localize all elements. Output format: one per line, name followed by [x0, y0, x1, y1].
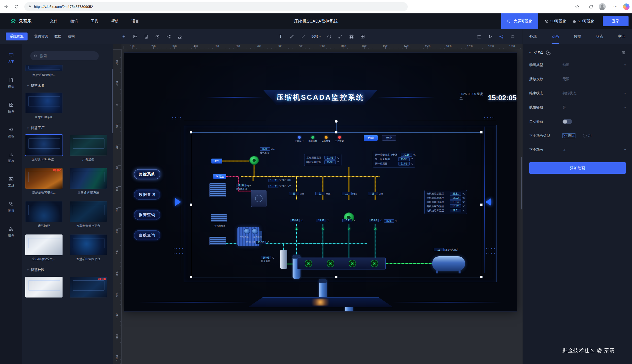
- login-button[interactable]: 登录: [603, 16, 628, 26]
- search-input[interactable]: [40, 54, 90, 58]
- chevron-down-icon[interactable]: ▾: [624, 106, 626, 109]
- clipboard-icon[interactable]: [144, 34, 149, 39]
- tab-my-resources[interactable]: 我的资源: [34, 34, 48, 39]
- rail-item-components[interactable]: 组件: [0, 221, 22, 242]
- folder-icon[interactable]: [476, 34, 482, 39]
- eraser-icon[interactable]: [177, 34, 182, 39]
- selection-handle-w[interactable]: [190, 204, 192, 206]
- library-item[interactable]: 废水处理系统: [25, 92, 62, 119]
- browser-more-menu-icon[interactable]: ⋯: [611, 2, 620, 11]
- page-arrow-right-icon[interactable]: [485, 198, 491, 206]
- preview-play-icon[interactable]: [487, 34, 493, 39]
- library-item[interactable]: [25, 277, 62, 298]
- scada-menu-button[interactable]: 数据查询: [134, 190, 160, 200]
- thumbnail[interactable]: ¥3800: [70, 277, 107, 298]
- copilot-icon[interactable]: [623, 4, 630, 10]
- scada-menu-button[interactable]: 报警查询: [134, 210, 160, 220]
- browser-back-button[interactable]: [2, 2, 10, 11]
- thumbnail[interactable]: [25, 201, 62, 222]
- fit-screen-icon[interactable]: [338, 34, 343, 39]
- chevron-down-icon[interactable]: ▾: [624, 63, 626, 67]
- header-menu-item[interactable]: 帮助: [111, 19, 118, 24]
- page-arrow-left-icon[interactable]: [175, 198, 181, 206]
- big-screen-button[interactable]: 大屏可视化: [501, 14, 538, 29]
- selection-handle-ne[interactable]: [480, 131, 482, 134]
- url-text[interactable]: https://v.le5le.com/?r=1754377309052: [34, 5, 93, 9]
- thumbnail[interactable]: [70, 234, 107, 255]
- clock-icon[interactable]: [154, 34, 160, 39]
- selection-handle-nw[interactable]: [190, 131, 192, 134]
- autoplay-toggle[interactable]: [562, 119, 572, 124]
- connection-nodes-icon[interactable]: [166, 34, 171, 39]
- section-header-factory[interactable]: ▾智慧工厂: [27, 126, 113, 130]
- chevron-down-icon[interactable]: ▾: [624, 148, 626, 152]
- share-icon[interactable]: [498, 34, 504, 39]
- rail-item-template[interactable]: 模板: [0, 72, 22, 94]
- viz-3d-button[interactable]: 3D可视化: [545, 19, 566, 24]
- section-header-campus[interactable]: ▾智慧校园: [27, 268, 113, 272]
- rail-item-scheme[interactable]: 方案: [0, 48, 22, 69]
- rail-item-devices[interactable]: 设备: [0, 122, 22, 143]
- canvas-scrollbar[interactable]: [521, 157, 522, 210]
- vertical-ruler[interactable]: -200-10001002003004005006007008009001000…: [113, 50, 122, 364]
- frame-icon[interactable]: [349, 34, 354, 39]
- selection-handle-n[interactable]: [335, 131, 338, 134]
- browser-refresh-button[interactable]: [12, 2, 21, 11]
- library-item[interactable]: 厂务监控: [70, 135, 107, 162]
- canvas-area[interactable]: 压缩机SCADA监控系统 2025-08-05 星期二 15:02:05: [113, 44, 522, 364]
- zoom-level[interactable]: 56%▾: [312, 34, 321, 38]
- thumbnail[interactable]: [70, 201, 107, 222]
- header-menu-item[interactable]: 语言: [132, 19, 139, 24]
- tab-appearance[interactable]: 外观: [529, 29, 537, 44]
- grid-icon[interactable]: [360, 34, 366, 39]
- favorites-star-icon[interactable]: [573, 2, 582, 11]
- thumbnail[interactable]: [70, 135, 107, 156]
- library-item[interactable]: 汽车制造管控平台: [70, 201, 107, 228]
- address-bar[interactable]: https://v.le5le.com/?r=1754377309052: [24, 2, 408, 11]
- cloud-icon[interactable]: [510, 34, 515, 39]
- thumbnail[interactable]: [25, 135, 62, 156]
- rail-item-assets[interactable]: 素材: [0, 172, 22, 193]
- tab-interaction[interactable]: 交互: [618, 29, 626, 44]
- library-item[interactable]: 智慧矿山管控平台: [70, 234, 107, 261]
- profile-avatar[interactable]: [599, 3, 606, 10]
- scada-menu-button[interactable]: 监控系统: [134, 169, 160, 179]
- thumbnail[interactable]: [70, 168, 107, 189]
- selection-handle-s[interactable]: [335, 276, 338, 278]
- tab-data[interactable]: 数据: [54, 34, 61, 39]
- delete-animation-icon[interactable]: [622, 50, 626, 54]
- chevron-down-icon[interactable]: ▾: [624, 92, 626, 95]
- section-header-water[interactable]: ▾智慧水务: [27, 84, 113, 88]
- partial-top-item[interactable]: 换热站远程监控...: [22, 65, 113, 77]
- rail-item-charts[interactable]: 图表: [0, 147, 22, 168]
- line-tool-icon[interactable]: [300, 34, 306, 39]
- header-menu-item[interactable]: 工具: [91, 19, 98, 24]
- library-item[interactable]: 空压机 内部系统: [70, 168, 107, 195]
- rail-item-widgets[interactable]: 控件: [0, 97, 22, 118]
- radio-pen-element[interactable]: 图元: [562, 133, 576, 138]
- image-icon[interactable]: [132, 34, 138, 39]
- search-box[interactable]: [30, 51, 99, 60]
- horizontal-ruler[interactable]: 1002003004005006007008009001000110012001…: [113, 44, 522, 50]
- header-menu-item[interactable]: 编辑: [70, 19, 78, 24]
- selection-handle-se[interactable]: [480, 276, 482, 278]
- tab-animation[interactable]: 动画: [552, 29, 559, 44]
- thumbnail[interactable]: [25, 234, 62, 255]
- library-item[interactable]: ¥3800 高炉炼铁可视化...: [25, 168, 62, 195]
- library-scrollbar[interactable]: [112, 69, 113, 133]
- pen-tool-icon[interactable]: [289, 34, 294, 39]
- radio-group[interactable]: 组: [583, 134, 592, 138]
- scada-menu-button[interactable]: 曲线查询: [134, 230, 160, 240]
- tab-state[interactable]: 状态: [596, 29, 604, 44]
- rotate-icon[interactable]: [326, 34, 332, 39]
- library-item[interactable]: 废气治理: [25, 201, 62, 228]
- rail-item-graphics[interactable]: 图形: [0, 196, 22, 218]
- thumbnail[interactable]: ¥3800: [25, 168, 62, 189]
- thumbnail[interactable]: [25, 277, 62, 298]
- thumbnail[interactable]: [25, 92, 62, 114]
- tab-inspector-data[interactable]: 数据: [574, 29, 581, 44]
- chevron-down-icon[interactable]: ▾: [529, 51, 531, 54]
- selection-handle-e[interactable]: [480, 204, 482, 206]
- library-item[interactable]: ¥3800: [70, 277, 107, 298]
- tab-structure[interactable]: 结构: [68, 34, 75, 39]
